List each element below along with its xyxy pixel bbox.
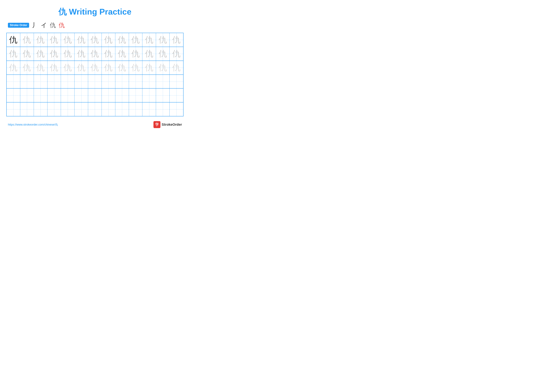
stroke-2: イ — [41, 21, 47, 29]
grid-cell[interactable]: 仇 — [88, 47, 102, 61]
cell-char: 仇 — [91, 36, 99, 44]
cell-char: 仇 — [172, 64, 181, 72]
grid-cell[interactable] — [129, 75, 143, 88]
grid-cell[interactable] — [74, 75, 88, 88]
grid-cell[interactable]: 仇 — [102, 47, 115, 61]
cell-char: 仇 — [118, 64, 126, 72]
grid-cell[interactable]: 仇 — [7, 33, 20, 47]
grid-cell[interactable]: 仇 — [34, 47, 47, 61]
grid-cell[interactable] — [47, 102, 61, 116]
grid-cell[interactable]: 仇 — [102, 61, 115, 74]
grid-cell[interactable] — [7, 89, 20, 102]
brand-logo: 字 StrokeOrder — [153, 121, 182, 128]
grid-cell[interactable]: 仇 — [20, 47, 34, 61]
grid-cell[interactable]: 仇 — [20, 33, 34, 47]
grid-row: 仇 仇 仇 仇 仇 仇 仇 仇 仇 仇 仇 仇 仇 — [7, 33, 183, 47]
grid-cell[interactable]: 仇 — [129, 47, 143, 61]
grid-cell[interactable] — [34, 89, 47, 102]
grid-cell[interactable]: 仇 — [34, 33, 47, 47]
grid-cell[interactable] — [156, 75, 170, 88]
grid-cell[interactable] — [170, 89, 183, 102]
grid-cell[interactable]: 仇 — [74, 47, 88, 61]
brand-icon: 字 — [153, 121, 161, 128]
grid-cell[interactable]: 仇 — [142, 61, 156, 74]
grid-cell[interactable] — [88, 75, 102, 88]
cell-char: 仇 — [118, 50, 126, 58]
grid-cell[interactable] — [74, 89, 88, 102]
cell-char: 仇 — [37, 64, 45, 72]
footer-url[interactable]: https://www.strokeorder.com/chinese/仇 — [8, 123, 58, 127]
grid-cell[interactable] — [115, 89, 129, 102]
grid-cell[interactable]: 仇 — [20, 61, 34, 74]
grid-cell[interactable] — [47, 89, 61, 102]
grid-cell[interactable] — [115, 102, 129, 116]
grid-cell[interactable] — [20, 102, 34, 116]
grid-cell[interactable] — [170, 102, 183, 116]
grid-cell[interactable] — [88, 89, 102, 102]
grid-cell[interactable] — [34, 75, 47, 88]
grid-cell[interactable]: 仇 — [156, 61, 170, 74]
grid-cell[interactable] — [115, 75, 129, 88]
grid-cell[interactable]: 仇 — [142, 47, 156, 61]
grid-cell[interactable] — [7, 75, 20, 88]
grid-cell[interactable]: 仇 — [170, 33, 183, 47]
grid-cell[interactable]: 仇 — [156, 33, 170, 47]
grid-cell[interactable]: 仇 — [142, 33, 156, 47]
grid-cell[interactable]: 仇 — [7, 61, 20, 74]
grid-cell[interactable] — [156, 89, 170, 102]
grid-cell[interactable] — [129, 102, 143, 116]
grid-cell[interactable]: 仇 — [102, 33, 115, 47]
grid-cell[interactable] — [170, 75, 183, 88]
grid-cell[interactable]: 仇 — [74, 33, 88, 47]
grid-cell[interactable] — [47, 75, 61, 88]
footer: https://www.strokeorder.com/chinese/仇 字 … — [6, 121, 183, 128]
grid-cell[interactable] — [102, 89, 115, 102]
grid-cell[interactable]: 仇 — [47, 61, 61, 74]
grid-cell[interactable] — [7, 102, 20, 116]
grid-cell[interactable]: 仇 — [61, 47, 74, 61]
grid-row — [7, 102, 183, 116]
grid-cell[interactable] — [142, 102, 156, 116]
grid-cell[interactable] — [102, 102, 115, 116]
cell-char: 仇 — [23, 36, 31, 44]
grid-cell[interactable] — [142, 75, 156, 88]
grid-cell[interactable]: 仇 — [129, 33, 143, 47]
cell-char: 仇 — [64, 64, 72, 72]
cell-char: 仇 — [9, 36, 17, 44]
grid-cell[interactable] — [156, 102, 170, 116]
grid-cell[interactable]: 仇 — [115, 33, 129, 47]
grid-cell[interactable]: 仇 — [170, 61, 183, 74]
cell-char: 仇 — [145, 50, 153, 58]
cell-char: 仇 — [50, 50, 58, 58]
grid-cell[interactable]: 仇 — [47, 33, 61, 47]
grid-cell[interactable]: 仇 — [129, 61, 143, 74]
grid-cell[interactable] — [20, 89, 34, 102]
cell-char: 仇 — [145, 36, 153, 44]
grid-cell[interactable]: 仇 — [88, 61, 102, 74]
grid-cell[interactable]: 仇 — [61, 61, 74, 74]
grid-cell[interactable]: 仇 — [61, 33, 74, 47]
grid-cell[interactable]: 仇 — [156, 47, 170, 61]
grid-row — [7, 75, 183, 89]
grid-cell[interactable] — [61, 75, 74, 88]
grid-cell[interactable]: 仇 — [7, 47, 20, 61]
grid-cell[interactable]: 仇 — [170, 47, 183, 61]
grid-cell[interactable]: 仇 — [88, 33, 102, 47]
cell-char: 仇 — [159, 36, 167, 44]
grid-cell[interactable] — [102, 75, 115, 88]
grid-cell[interactable] — [74, 102, 88, 116]
grid-cell[interactable] — [61, 102, 74, 116]
grid-cell[interactable]: 仇 — [34, 61, 47, 74]
grid-cell[interactable]: 仇 — [74, 61, 88, 74]
grid-cell[interactable] — [142, 89, 156, 102]
grid-cell[interactable]: 仇 — [47, 47, 61, 61]
grid-cell[interactable] — [61, 89, 74, 102]
grid-cell[interactable] — [20, 75, 34, 88]
grid-cell[interactable]: 仇 — [115, 47, 129, 61]
grid-cell[interactable] — [129, 89, 143, 102]
cell-char: 仇 — [50, 36, 58, 44]
grid-cell[interactable] — [88, 102, 102, 116]
grid-cell[interactable]: 仇 — [115, 61, 129, 74]
grid-cell[interactable] — [34, 102, 47, 116]
cell-char: 仇 — [23, 64, 31, 72]
